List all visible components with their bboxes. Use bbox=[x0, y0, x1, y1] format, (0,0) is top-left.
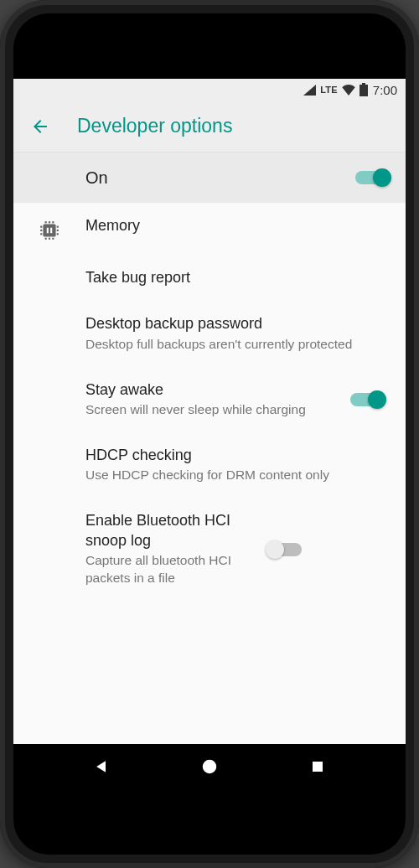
svg-rect-4 bbox=[40, 230, 42, 231]
back-button[interactable] bbox=[28, 115, 52, 138]
device-bezel: LTE 7:00 Developer options On bbox=[13, 13, 406, 855]
svg-rect-11 bbox=[52, 221, 54, 223]
status-bar: LTE 7:00 bbox=[13, 79, 406, 101]
list-item-hdcp[interactable]: HDCP checking Use HDCP checking for DRM … bbox=[13, 432, 406, 498]
chip-icon bbox=[39, 220, 60, 241]
clock: 7:00 bbox=[373, 83, 397, 97]
svg-rect-16 bbox=[50, 228, 52, 234]
list-item-bug-report[interactable]: Take bug report bbox=[13, 255, 406, 301]
item-subtitle: Use HDCP checking for DRM content only bbox=[85, 467, 384, 484]
svg-rect-0 bbox=[360, 85, 368, 96]
svg-rect-2 bbox=[43, 224, 55, 236]
settings-list: Memory Take bug report Desktop backup pa… bbox=[13, 203, 406, 744]
nav-recents-button[interactable] bbox=[306, 755, 329, 778]
battery-icon bbox=[360, 83, 368, 96]
navigation-bar bbox=[13, 744, 406, 789]
screen: LTE 7:00 Developer options On bbox=[13, 79, 406, 789]
master-toggle-row[interactable]: On bbox=[13, 152, 406, 203]
svg-rect-6 bbox=[57, 226, 59, 228]
svg-rect-1 bbox=[362, 83, 365, 85]
svg-rect-14 bbox=[52, 238, 54, 240]
master-toggle-label: On bbox=[85, 168, 355, 188]
item-title: Take bug report bbox=[85, 268, 384, 287]
svg-rect-10 bbox=[49, 221, 50, 223]
item-subtitle: Desktop full backups aren't currently pr… bbox=[85, 336, 384, 354]
circle-home-icon bbox=[200, 757, 219, 776]
item-title: HDCP checking bbox=[85, 446, 384, 465]
list-item-memory[interactable]: Memory bbox=[13, 203, 406, 255]
signal-icon bbox=[303, 85, 316, 96]
svg-rect-3 bbox=[40, 226, 42, 228]
list-item-stay-awake[interactable]: Stay awake Screen will never sleep while… bbox=[13, 367, 406, 432]
nav-home-button[interactable] bbox=[198, 755, 221, 778]
item-subtitle: Capture all bluetooth HCI packets in a f… bbox=[85, 552, 255, 587]
network-label: LTE bbox=[320, 85, 338, 95]
item-subtitle: Screen will never sleep while charging bbox=[85, 401, 340, 419]
list-item-bt-hci[interactable]: Enable Bluetooth HCI snoop log Capture a… bbox=[13, 498, 406, 601]
item-title: Memory bbox=[85, 216, 384, 235]
arrow-back-icon bbox=[30, 116, 50, 137]
svg-rect-13 bbox=[49, 238, 50, 240]
wifi-icon bbox=[341, 84, 356, 96]
svg-rect-9 bbox=[45, 221, 47, 223]
svg-rect-18 bbox=[313, 762, 323, 772]
stay-awake-switch[interactable] bbox=[350, 393, 384, 406]
app-bar: Developer options bbox=[13, 101, 406, 152]
item-title: Enable Bluetooth HCI snoop log bbox=[85, 511, 255, 550]
nav-back-button[interactable] bbox=[90, 755, 113, 778]
item-title: Desktop backup password bbox=[85, 314, 384, 333]
svg-rect-12 bbox=[45, 238, 47, 240]
svg-point-17 bbox=[203, 760, 217, 774]
svg-rect-7 bbox=[57, 230, 59, 231]
device-frame: LTE 7:00 Developer options On bbox=[0, 0, 419, 868]
svg-rect-5 bbox=[40, 233, 42, 235]
bt-hci-switch[interactable] bbox=[268, 543, 302, 556]
svg-rect-15 bbox=[47, 228, 49, 234]
item-title: Stay awake bbox=[85, 380, 340, 400]
page-title: Developer options bbox=[77, 115, 232, 137]
svg-rect-8 bbox=[57, 233, 59, 235]
triangle-back-icon bbox=[93, 758, 110, 775]
square-recents-icon bbox=[310, 759, 325, 774]
list-item-desktop-backup[interactable]: Desktop backup password Desktop full bac… bbox=[13, 301, 406, 366]
master-toggle-switch[interactable] bbox=[355, 171, 389, 184]
